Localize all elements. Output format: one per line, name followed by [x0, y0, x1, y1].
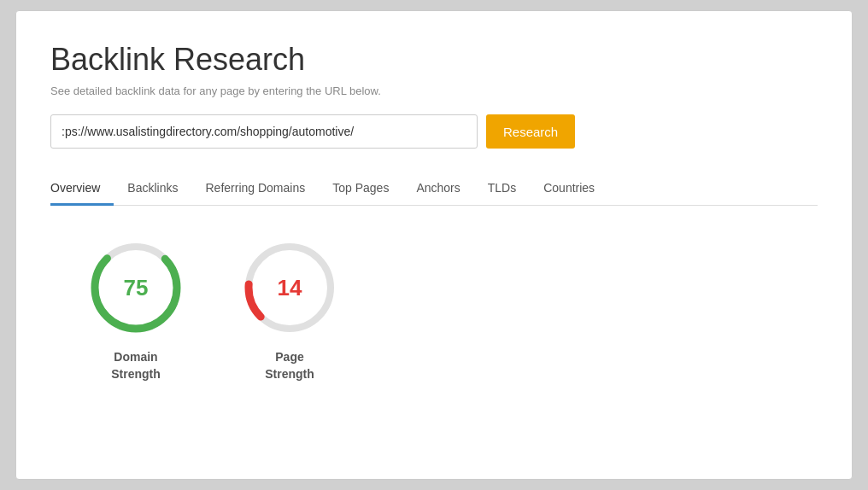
tab-countries[interactable]: Countries — [530, 172, 608, 206]
search-row: Research — [50, 114, 818, 149]
tab-top-pages[interactable]: Top Pages — [319, 172, 402, 206]
research-button[interactable]: Research — [486, 114, 575, 149]
subtitle: See detailed backlink data for any page … — [50, 85, 818, 97]
tab-anchors[interactable]: Anchors — [402, 172, 473, 206]
tab-overview[interactable]: Overview — [50, 172, 114, 206]
tab-backlinks[interactable]: Backlinks — [114, 172, 191, 206]
metrics-row: 75 DomainStrength 14 PageStrength — [50, 236, 818, 382]
page-title: Backlink Research — [50, 42, 818, 78]
tab-tlds[interactable]: TLDs — [474, 172, 530, 206]
domain-strength-value: 75 — [124, 275, 149, 301]
page-strength-value: 14 — [278, 275, 302, 301]
main-card: Backlink Research See detailed backlink … — [15, 10, 853, 480]
domain-strength-label: DomainStrength — [111, 349, 161, 382]
domain-strength-gauge: 75 — [85, 236, 187, 339]
page-strength-label: PageStrength — [265, 349, 314, 382]
page-strength-gauge: 14 — [238, 236, 341, 339]
page-strength-metric: 14 PageStrength — [238, 236, 341, 382]
tab-referring-domains[interactable]: Referring Domains — [192, 172, 320, 206]
domain-strength-metric: 75 DomainStrength — [85, 236, 187, 382]
tabs-nav: Overview Backlinks Referring Domains Top… — [50, 172, 818, 206]
url-input[interactable] — [50, 114, 478, 149]
